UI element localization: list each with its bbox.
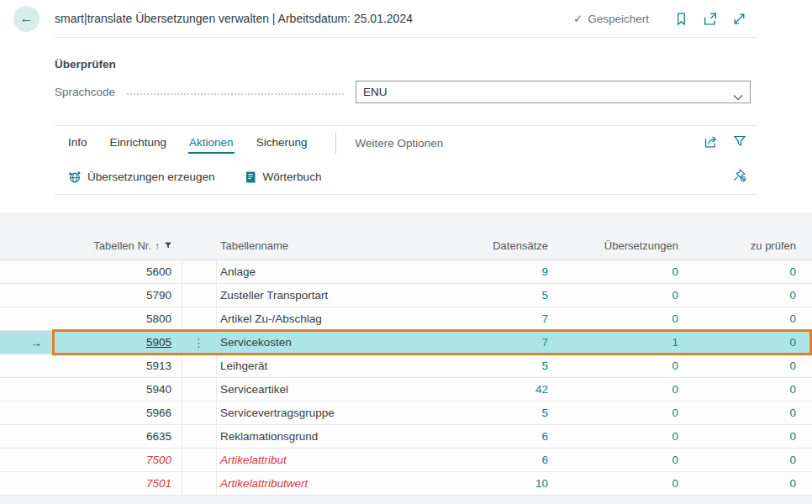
- cell-zu-pruefen[interactable]: 0: [685, 454, 803, 466]
- cell-uebersetzungen[interactable]: 0: [555, 360, 685, 372]
- action-label: Übersetzungen erzeugen: [87, 171, 215, 183]
- cell-datensaetze[interactable]: 7: [424, 336, 555, 349]
- table-body: 5600 Anlage 9 0 0 5790 Zusteller Transpo…: [0, 260, 812, 496]
- tab-aktionen[interactable]: Aktionen: [188, 132, 235, 154]
- sprachcode-input[interactable]: [356, 81, 751, 103]
- row-menu-icon[interactable]: [182, 354, 217, 377]
- column-header-tabellenname[interactable]: Tabellenname: [217, 239, 424, 252]
- filter-icon[interactable]: [733, 134, 746, 151]
- more-options-button[interactable]: Weitere Optionen: [355, 137, 443, 150]
- cell-datensaetze[interactable]: 42: [424, 383, 555, 396]
- cell-datensaetze[interactable]: 5: [424, 289, 555, 302]
- back-button[interactable]: ←: [13, 6, 40, 32]
- table-row[interactable]: 6635 Reklamationsgrund 6 0 0: [0, 425, 812, 449]
- cell-tabellenname[interactable]: Leihgerät: [217, 360, 424, 372]
- cell-tabellen-nr[interactable]: 5905: [52, 331, 182, 354]
- open-in-new-window-icon[interactable]: [703, 12, 718, 26]
- cell-tabellenname[interactable]: Artikel Zu-/Abschlag: [217, 312, 424, 325]
- table-row[interactable]: 5966 Servicevertragsgruppe 5 0 0: [0, 402, 812, 425]
- page-title: smart|translate Übersetzungen verwalten …: [55, 12, 573, 25]
- cell-datensaetze[interactable]: 6: [424, 454, 555, 466]
- cell-zu-pruefen[interactable]: 0: [685, 477, 803, 490]
- cell-tabellen-nr[interactable]: 7500: [52, 449, 182, 471]
- cell-tabellen-nr[interactable]: 5800: [52, 307, 182, 330]
- column-filter-icon: [164, 239, 172, 252]
- cell-datensaetze[interactable]: 10: [424, 477, 555, 490]
- cell-uebersetzungen[interactable]: 0: [555, 265, 685, 278]
- cell-tabellen-nr[interactable]: 5913: [52, 354, 182, 377]
- row-menu-icon[interactable]: [182, 402, 217, 424]
- translate-icon: [67, 170, 82, 184]
- bookmark-icon[interactable]: [674, 12, 688, 26]
- cell-tabellenname[interactable]: Anlage: [217, 265, 424, 278]
- cell-datensaetze[interactable]: 5: [424, 407, 555, 419]
- table-row[interactable]: 5913 Leihgerät 5 0 0: [0, 354, 812, 378]
- table-row[interactable]: 7500 Artikelattribut 6 0 0: [0, 449, 812, 472]
- row-menu-icon[interactable]: [182, 425, 217, 448]
- cell-uebersetzungen[interactable]: 0: [555, 383, 685, 396]
- column-header-tabellen-nr[interactable]: Tabellen Nr. ↑: [52, 239, 182, 252]
- table-row[interactable]: 5940 Serviceartikel 42 0 0: [0, 378, 812, 402]
- cell-zu-pruefen[interactable]: 0: [685, 265, 803, 278]
- column-header-datensaetze[interactable]: Datensätze: [424, 239, 555, 252]
- cell-datensaetze[interactable]: 7: [424, 312, 555, 325]
- cell-tabellen-nr[interactable]: 5940: [52, 378, 182, 401]
- row-menu-icon[interactable]: ⋮: [182, 331, 217, 354]
- cell-datensaetze[interactable]: 6: [424, 430, 555, 443]
- cell-uebersetzungen[interactable]: 0: [555, 454, 685, 466]
- tab-sicherung[interactable]: Sicherung: [256, 132, 308, 154]
- cell-zu-pruefen[interactable]: 0: [685, 430, 803, 443]
- cell-tabellenname[interactable]: Reklamationsgrund: [217, 430, 424, 443]
- cell-tabellen-nr[interactable]: 5600: [52, 260, 182, 283]
- cell-tabellenname[interactable]: Artikelattributwert: [217, 477, 424, 490]
- unpin-icon[interactable]: [732, 168, 746, 186]
- tab-info[interactable]: Info: [67, 132, 88, 154]
- cell-datensaetze[interactable]: 5: [424, 360, 555, 372]
- cell-tabellen-nr[interactable]: 5966: [52, 402, 182, 424]
- row-menu-icon[interactable]: [182, 378, 217, 401]
- cell-tabellen-nr[interactable]: 7501: [52, 472, 182, 495]
- table-row[interactable]: 5600 Anlage 9 0 0: [0, 260, 812, 284]
- cell-zu-pruefen[interactable]: 0: [685, 407, 803, 419]
- sprachcode-combobox[interactable]: [356, 81, 751, 103]
- cell-zu-pruefen[interactable]: 0: [685, 383, 803, 396]
- row-menu-icon[interactable]: [182, 307, 217, 330]
- column-header-uebersetzungen[interactable]: Übersetzungen: [555, 239, 685, 252]
- row-menu-icon[interactable]: [182, 472, 217, 495]
- cell-zu-pruefen[interactable]: 0: [685, 312, 803, 325]
- cell-zu-pruefen[interactable]: 0: [685, 336, 803, 349]
- column-header-zu-pruefen[interactable]: zu prüfen: [685, 239, 803, 252]
- cell-tabellenname[interactable]: Servicevertragsgruppe: [217, 407, 424, 419]
- cell-zu-pruefen[interactable]: 0: [685, 360, 803, 372]
- row-menu-icon[interactable]: [182, 260, 217, 283]
- cell-uebersetzungen[interactable]: 0: [555, 430, 685, 443]
- back-arrow-icon: ←: [20, 11, 34, 26]
- review-section: Überprüfen Sprachcode: [55, 58, 751, 103]
- expand-icon[interactable]: [732, 12, 746, 26]
- cell-tabellen-nr[interactable]: 5790: [52, 284, 182, 307]
- cell-uebersetzungen[interactable]: 0: [555, 477, 685, 490]
- cell-zu-pruefen[interactable]: 0: [685, 289, 803, 302]
- table-row[interactable]: 5800 Artikel Zu-/Abschlag 7 0 0: [0, 307, 812, 331]
- cell-tabellenname[interactable]: Servicekosten: [217, 336, 424, 349]
- row-selector-cell[interactable]: →: [0, 336, 52, 349]
- cell-tabellenname[interactable]: Serviceartikel: [217, 383, 424, 396]
- table-row[interactable]: 7501 Artikelattributwert 10 0 0: [0, 472, 812, 496]
- woerterbuch-button[interactable]: Wörterbuch: [244, 171, 322, 184]
- tab-einrichtung[interactable]: Einrichtung: [109, 132, 168, 154]
- cell-uebersetzungen[interactable]: 1: [555, 336, 685, 349]
- row-menu-icon[interactable]: [182, 284, 217, 307]
- chevron-down-icon[interactable]: [733, 89, 743, 104]
- row-menu-icon[interactable]: [182, 449, 217, 471]
- cell-uebersetzungen[interactable]: 0: [555, 312, 685, 325]
- cell-uebersetzungen[interactable]: 0: [555, 289, 685, 302]
- cell-tabellenname[interactable]: Zusteller Transportart: [217, 289, 424, 302]
- cell-tabellen-nr[interactable]: 6635: [52, 425, 182, 448]
- uebersetzungen-erzeugen-button[interactable]: Übersetzungen erzeugen: [67, 170, 215, 184]
- table-row[interactable]: → 5905 ⋮ Servicekosten 7 1 0: [0, 331, 812, 354]
- cell-datensaetze[interactable]: 9: [424, 265, 555, 278]
- cell-uebersetzungen[interactable]: 0: [555, 407, 685, 419]
- cell-tabellenname[interactable]: Artikelattribut: [217, 454, 424, 466]
- share-icon[interactable]: [704, 134, 720, 152]
- table-row[interactable]: 5790 Zusteller Transportart 5 0 0: [0, 284, 812, 307]
